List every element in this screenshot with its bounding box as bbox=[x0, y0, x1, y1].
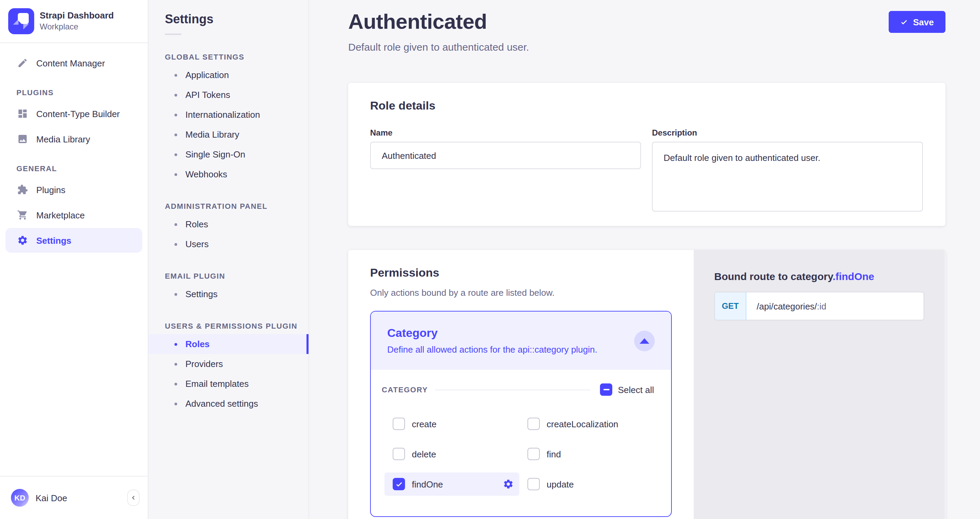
settings-item-label: Advanced settings bbox=[185, 399, 258, 409]
main-sidebar: Strapi Dashboard Workplace Content Manag… bbox=[0, 0, 148, 519]
permission-label: findOne bbox=[412, 479, 443, 489]
chevron-up-icon bbox=[640, 338, 649, 343]
settings-section-email-plugin: EMAIL PLUGIN bbox=[148, 254, 309, 284]
settings-item-up-roles[interactable]: Roles bbox=[148, 334, 309, 354]
route-path-param: :id bbox=[817, 301, 826, 311]
sidebar-item-content-manager[interactable]: Content Manager bbox=[5, 51, 142, 75]
sidebar-item-media-library[interactable]: Media Library bbox=[5, 127, 142, 151]
find-checkbox[interactable] bbox=[527, 448, 540, 460]
update-checkbox[interactable] bbox=[527, 478, 540, 490]
group-label: CATEGORY bbox=[382, 385, 428, 394]
settings-item-label: Providers bbox=[185, 359, 223, 369]
page-subtitle: Default role given to authenticated user… bbox=[348, 41, 529, 53]
settings-item-label: Roles bbox=[185, 339, 210, 349]
bullet-icon bbox=[175, 243, 177, 246]
delete-checkbox[interactable] bbox=[393, 448, 405, 460]
select-all-checkbox[interactable] bbox=[600, 383, 612, 396]
gear-icon bbox=[503, 479, 514, 490]
accordion-title: Category bbox=[387, 327, 597, 340]
settings-item-admin-users[interactable]: Users bbox=[148, 234, 309, 254]
settings-item-webhooks[interactable]: Webhooks bbox=[148, 164, 309, 184]
settings-section-users-permissions: USERS & PERMISSIONS PLUGIN bbox=[148, 304, 309, 334]
select-all-control[interactable]: Select all bbox=[600, 383, 654, 396]
permission-findOne: findOne bbox=[385, 473, 519, 496]
cart-icon bbox=[17, 209, 28, 220]
bullet-icon bbox=[175, 343, 177, 345]
bullet-icon bbox=[175, 173, 177, 176]
strapi-logo-icon bbox=[8, 8, 34, 34]
settings-item-admin-roles[interactable]: Roles bbox=[148, 214, 309, 234]
name-input[interactable] bbox=[370, 142, 641, 169]
permissions-card: Permissions Only actions bound by a rout… bbox=[348, 250, 694, 519]
settings-item-email-settings[interactable]: Settings bbox=[148, 284, 309, 304]
accordion-subtitle: Define all allowed actions for the api::… bbox=[387, 344, 597, 355]
bound-route-panel: Bound route to category.findOne GET /api… bbox=[694, 250, 945, 519]
settings-item-label: Internationalization bbox=[185, 110, 260, 120]
save-button-label: Save bbox=[913, 17, 934, 27]
bound-route-title: Bound route to category.findOne bbox=[714, 270, 924, 282]
page-title: Authenticated bbox=[348, 10, 529, 34]
settings-item-label: Single Sign-On bbox=[185, 149, 245, 160]
settings-item-label: Webhooks bbox=[185, 169, 227, 179]
category-accordion: Category Define all allowed actions for … bbox=[370, 311, 672, 517]
bullet-icon bbox=[175, 402, 177, 405]
collapse-accordion-button[interactable] bbox=[634, 331, 655, 351]
check-icon bbox=[900, 18, 907, 26]
createLocalization-checkbox[interactable] bbox=[527, 418, 540, 430]
settings-item-label: Media Library bbox=[185, 129, 239, 140]
sidebar-item-label: Marketplace bbox=[36, 210, 85, 220]
settings-item-advanced-settings[interactable]: Advanced settings bbox=[148, 394, 309, 414]
sidebar-item-plugins[interactable]: Plugins bbox=[5, 177, 142, 202]
findOne-checkbox[interactable] bbox=[393, 478, 405, 490]
settings-item-internationalization[interactable]: Internationalization bbox=[148, 105, 309, 125]
settings-item-media-library[interactable]: Media Library bbox=[148, 125, 309, 144]
category-accordion-header[interactable]: Category Define all allowed actions for … bbox=[371, 311, 671, 370]
layout-icon bbox=[17, 108, 28, 119]
workspace-name: Workplace bbox=[40, 22, 114, 32]
settings-item-api-tokens[interactable]: API Tokens bbox=[148, 85, 309, 105]
permissions-heading: Permissions bbox=[370, 266, 672, 280]
sidebar-item-label: Settings bbox=[36, 235, 72, 246]
create-checkbox[interactable] bbox=[393, 418, 405, 430]
settings-item-email-templates[interactable]: Email templates bbox=[148, 374, 309, 394]
settings-item-providers[interactable]: Providers bbox=[148, 354, 309, 374]
accordion-body: CATEGORY Select all create bbox=[371, 370, 671, 516]
permission-label: find bbox=[547, 449, 561, 459]
findOne-settings-button[interactable] bbox=[503, 479, 514, 490]
workspace-switcher[interactable]: Strapi Dashboard Workplace bbox=[0, 0, 148, 43]
settings-item-label: API Tokens bbox=[185, 90, 230, 100]
save-button[interactable]: Save bbox=[888, 11, 945, 33]
image-icon bbox=[17, 134, 28, 144]
divider bbox=[435, 389, 590, 390]
settings-item-label: Email templates bbox=[185, 378, 249, 389]
bullet-icon bbox=[175, 153, 177, 156]
bound-route-action: .findOne bbox=[832, 270, 874, 282]
select-all-label: Select all bbox=[618, 385, 654, 395]
description-textarea[interactable]: Default role given to authenticated user… bbox=[652, 142, 923, 212]
bullet-icon bbox=[175, 363, 177, 365]
settings-item-label: Settings bbox=[185, 289, 218, 299]
sidebar-item-label: Plugins bbox=[36, 185, 65, 195]
avatar[interactable]: KD bbox=[11, 489, 29, 507]
bullet-icon bbox=[175, 223, 177, 225]
permission-delete: delete bbox=[385, 442, 519, 466]
settings-item-single-sign-on[interactable]: Single Sign-On bbox=[148, 144, 309, 164]
sidebar-item-label: Content-Type Builder bbox=[36, 109, 120, 119]
permissions-section: Permissions Only actions bound by a rout… bbox=[348, 250, 945, 519]
sidebar-item-label: Content Manager bbox=[36, 58, 105, 68]
sidebar-item-marketplace[interactable]: Marketplace bbox=[5, 203, 142, 227]
sidebar-item-settings[interactable]: Settings bbox=[5, 228, 142, 253]
permission-label: create bbox=[412, 419, 436, 429]
bullet-icon bbox=[175, 382, 177, 385]
permission-update: update bbox=[519, 473, 654, 496]
settings-item-label: Application bbox=[185, 70, 229, 80]
http-method-badge: GET bbox=[715, 292, 746, 320]
collapse-sidebar-button[interactable] bbox=[127, 490, 140, 506]
permission-createLocalization: createLocalization bbox=[519, 412, 654, 436]
role-details-card: Role details Name Description Default ro… bbox=[348, 83, 945, 226]
pen-icon bbox=[17, 57, 28, 69]
settings-item-application[interactable]: Application bbox=[148, 65, 309, 85]
sidebar-item-content-type-builder[interactable]: Content-Type Builder bbox=[5, 101, 142, 126]
puzzle-icon bbox=[17, 184, 28, 195]
sidebar-section-plugins: PLUGINS bbox=[0, 76, 148, 101]
